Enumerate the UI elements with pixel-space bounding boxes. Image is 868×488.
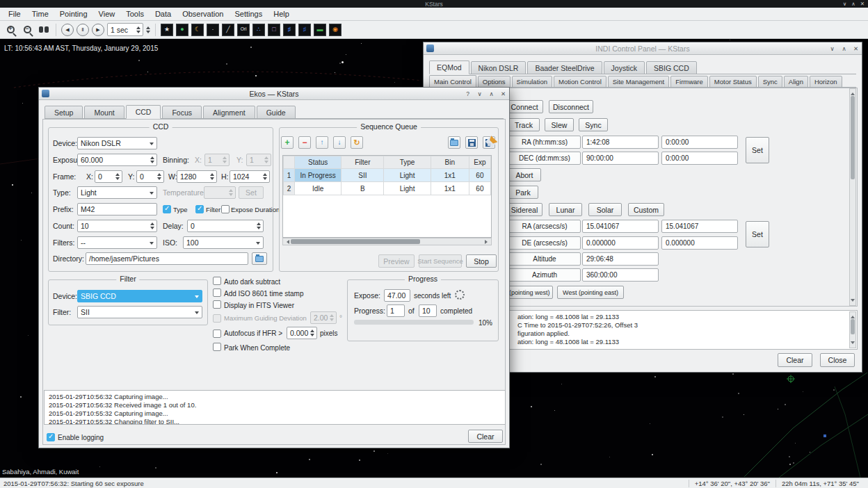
enable-logging-checkbox[interactable]	[47, 433, 55, 441]
save-sequence-as-button[interactable]	[483, 136, 495, 149]
remove-job-button[interactable]: −	[298, 136, 311, 149]
stop-button[interactable]: Stop	[466, 254, 497, 268]
exposure-spinbox[interactable]: 60.000	[77, 154, 157, 166]
time-pause-button[interactable]: Ⅱ	[77, 24, 89, 36]
col-type[interactable]: Type	[384, 156, 431, 169]
toggle-horizontal-grid-icon[interactable]: ♯	[298, 24, 311, 36]
tab-baader-steeldrive[interactable]: Baader SteelDrive	[527, 61, 602, 74]
add-job-button[interactable]: +	[281, 136, 294, 149]
menu-view[interactable]: View	[93, 8, 121, 20]
menu-help[interactable]: Help	[268, 8, 295, 20]
move-job-up-button[interactable]: ↑	[316, 136, 328, 149]
zoom-out-button[interactable]: −	[20, 23, 34, 37]
lunar-button[interactable]: Lunar	[549, 203, 582, 216]
connect-button[interactable]: Connect	[506, 100, 543, 113]
tab-ccd[interactable]: CCD	[126, 105, 161, 119]
tab-focus[interactable]: Focus	[162, 106, 202, 119]
toggle-constellation-boundaries-icon[interactable]: □	[268, 24, 280, 36]
col-status[interactable]: Status	[295, 156, 341, 169]
toggle-solar-system-icon[interactable]: ☾	[191, 24, 204, 36]
tab-main-control[interactable]: Main Control	[429, 75, 476, 88]
sequence-table[interactable]: Status Filter Type Bin Exp 1 In Progress…	[282, 155, 492, 238]
toggle-deep-sky-icon[interactable]: ●	[176, 24, 188, 36]
scrollbar-thumb[interactable]	[851, 319, 855, 334]
app-close-icon[interactable]: ✕	[860, 1, 865, 7]
col-exp[interactable]: Exp	[469, 156, 490, 169]
ra-target-input[interactable]: 0:00:00	[661, 136, 738, 149]
coords-set-button[interactable]: Set	[746, 137, 769, 163]
tab-mount[interactable]: Mount	[84, 106, 124, 119]
rates-set-button[interactable]: Set	[746, 221, 769, 247]
time-step-spinbox[interactable]: 1 sec	[107, 23, 143, 36]
spinner-arrows-icon[interactable]	[157, 171, 161, 182]
spinner-arrows-icon[interactable]	[150, 154, 154, 165]
time-unit-stepper[interactable]	[146, 24, 150, 35]
frame-y-spinbox[interactable]: 0	[136, 170, 164, 183]
tab-setup[interactable]: Setup	[45, 106, 83, 119]
tab-eqmod[interactable]: EQMod	[429, 60, 469, 74]
frame-h-spinbox[interactable]: 1024	[230, 170, 270, 183]
toggle-asteroids-icon[interactable]: ╱	[222, 24, 234, 36]
sync-button[interactable]: Sync	[579, 118, 608, 131]
custom-button[interactable]: Custom	[628, 203, 664, 216]
ekos-log-area[interactable]: 2015-01-29T10:56:32 Capturing image... 2…	[44, 390, 506, 425]
filter-name-select[interactable]: SII	[77, 306, 202, 318]
filter-checkbox[interactable]	[195, 205, 204, 213]
expose-duration-checkbox[interactable]	[221, 205, 230, 213]
menu-data[interactable]: Data	[150, 8, 177, 20]
save-sequence-button[interactable]	[465, 136, 478, 149]
frame-w-spinbox[interactable]: 1280	[177, 170, 217, 183]
toggle-horizon-icon[interactable]: ▬	[314, 24, 326, 36]
open-sequence-button[interactable]	[448, 136, 460, 149]
tab-options[interactable]: Options	[478, 76, 511, 88]
de-rate-input[interactable]: 0.000000	[661, 236, 738, 250]
autofocus-hfr-checkbox[interactable]	[213, 330, 221, 338]
abort-button[interactable]: Abort	[508, 168, 541, 181]
sidereal-button[interactable]: Sidereal	[506, 203, 542, 216]
ekos-clear-log-button[interactable]: Clear	[468, 430, 503, 443]
table-hscrollbar[interactable]	[282, 238, 492, 245]
directory-input[interactable]: /home/jasem/Pictures	[86, 252, 248, 265]
menu-pointing[interactable]: Pointing	[54, 8, 93, 20]
indi-pane-scrollbar[interactable]	[849, 88, 856, 306]
disconnect-button[interactable]: Disconnect	[549, 100, 593, 113]
tab-sbig-ccd[interactable]: SBIG CCD	[646, 61, 697, 74]
tab-site-management[interactable]: Site Management	[608, 76, 669, 88]
indi-clear-button[interactable]: Clear	[778, 353, 812, 367]
tab-joystick[interactable]: Joystick	[604, 61, 645, 74]
filter-device-select[interactable]: SBIG CCD	[77, 290, 202, 302]
park-when-complete-checkbox[interactable]	[213, 343, 221, 351]
menu-tools[interactable]: Tools	[120, 8, 150, 20]
fits-viewer-checkbox[interactable]	[213, 300, 221, 309]
filters-select[interactable]: --	[77, 236, 157, 249]
col-filter[interactable]: Filter	[341, 156, 384, 169]
move-job-down-button[interactable]: ↓	[333, 136, 346, 149]
delay-spinbox[interactable]: 0	[187, 220, 264, 232]
zoom-in-button[interactable]: +	[3, 23, 17, 37]
menu-settings[interactable]: Settings	[229, 8, 268, 20]
browse-directory-button[interactable]	[252, 252, 267, 265]
tab-align[interactable]: Align	[784, 76, 808, 88]
ccd-device-select[interactable]: Nikon DSLR	[77, 137, 157, 149]
indi-log-scrollbar[interactable]	[849, 311, 856, 348]
app-minimize-icon[interactable]: ∨	[843, 1, 847, 7]
table-row[interactable]: 1 In Progress SII Light 1x1 60	[284, 169, 491, 182]
menu-time[interactable]: Time	[26, 8, 54, 20]
tab-sync[interactable]: Sync	[758, 76, 782, 88]
tab-horizon[interactable]: Horizon	[810, 76, 842, 88]
ekos-help-button[interactable]: ?	[462, 88, 474, 99]
find-object-button[interactable]	[37, 23, 51, 37]
tab-motion-control[interactable]: Motion Control	[554, 76, 606, 88]
ra-rate-input[interactable]: 15.041067	[661, 220, 738, 233]
ekos-titlebar[interactable]: Ekos — KStars ? ∨ ∧ ✕	[39, 88, 509, 100]
type-checkbox[interactable]	[163, 205, 171, 213]
indi-titlebar[interactable]: INDI Control Panel — KStars ∨ ∧ ✕	[424, 42, 862, 55]
reset-queue-button[interactable]: ↻	[351, 136, 363, 149]
spinner-arrows-icon[interactable]	[257, 220, 261, 231]
app-maximize-icon[interactable]: ∧	[851, 1, 855, 7]
solar-button[interactable]: Solar	[588, 203, 622, 216]
toggle-stars-icon[interactable]: ★	[161, 24, 173, 36]
iso-timestamp-checkbox[interactable]	[213, 288, 221, 297]
toggle-satellites-icon[interactable]: ◉	[329, 24, 341, 36]
indi-close-panel-button[interactable]: Close	[820, 353, 855, 367]
